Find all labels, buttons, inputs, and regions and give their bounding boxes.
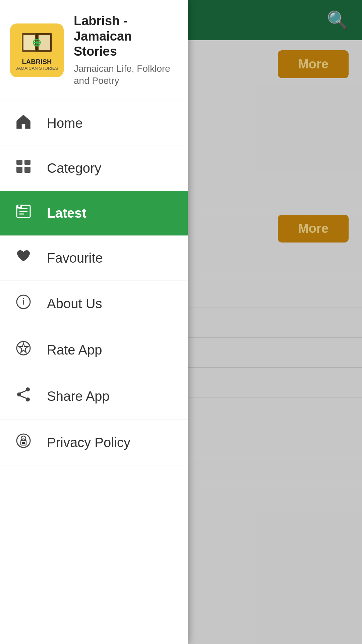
nav-share-label: Share App [47,389,110,404]
app-logo: LABRISH JAMAICAN STORIES [10,23,64,77]
app-tagline: Jamaican Life, Folklore and Poetry [74,63,178,87]
drawer-header: LABRISH JAMAICAN STORIES Labrish - Jamai… [0,0,188,101]
logo-subtext: JAMAICAN STORIES [16,66,58,71]
navigation-drawer: LABRISH JAMAICAN STORIES Labrish - Jamai… [0,0,188,644]
home-icon [13,114,34,133]
nav-item-about-us[interactable]: i About Us [0,281,188,327]
share-icon [13,386,34,407]
svg-rect-12 [24,160,31,165]
nav-privacy-label: Privacy Policy [47,435,130,450]
nav-item-privacy-policy[interactable]: Privacy Policy [0,420,188,466]
nav-item-favourite[interactable]: Favourite [0,236,188,281]
privacy-icon [13,432,34,453]
nav-item-rate-app[interactable]: Rate App [0,327,188,373]
svg-line-29 [19,390,27,393]
favourite-icon [13,249,34,268]
nav-home-label: Home [47,116,83,131]
nav-category-label: Category [47,161,101,176]
about-icon: i [13,293,34,314]
svg-line-30 [19,395,27,399]
rate-icon [13,340,34,360]
nav-latest-label: Latest [47,206,86,221]
drawer-overlay: LABRISH JAMAICAN STORIES Labrish - Jamai… [0,0,362,644]
svg-rect-13 [16,167,22,173]
dim-overlay[interactable] [188,0,362,644]
nav-rate-label: Rate App [47,342,102,358]
svg-marker-25 [19,343,28,353]
category-icon [13,159,34,178]
nav-item-category[interactable]: Category [0,146,188,191]
svg-point-10 [36,41,38,44]
app-name: Labrish - Jamaican Stories [74,13,178,59]
logo-text: LABRISH [22,58,52,66]
svg-rect-14 [24,167,31,173]
nav-favourite-label: Favourite [47,251,103,266]
svg-rect-11 [16,160,22,165]
nav-about-label: About Us [47,296,102,311]
svg-text:i: i [22,297,24,307]
app-info: Labrish - Jamaican Stories Jamaican Life… [74,13,178,87]
nav-item-home[interactable]: Home [0,101,188,146]
nav-item-share-app[interactable]: Share App [0,373,188,420]
book-icon [20,30,54,57]
nav-item-latest[interactable]: Latest [0,191,188,236]
latest-icon [13,204,34,223]
nav-list: Home Category [0,101,188,644]
